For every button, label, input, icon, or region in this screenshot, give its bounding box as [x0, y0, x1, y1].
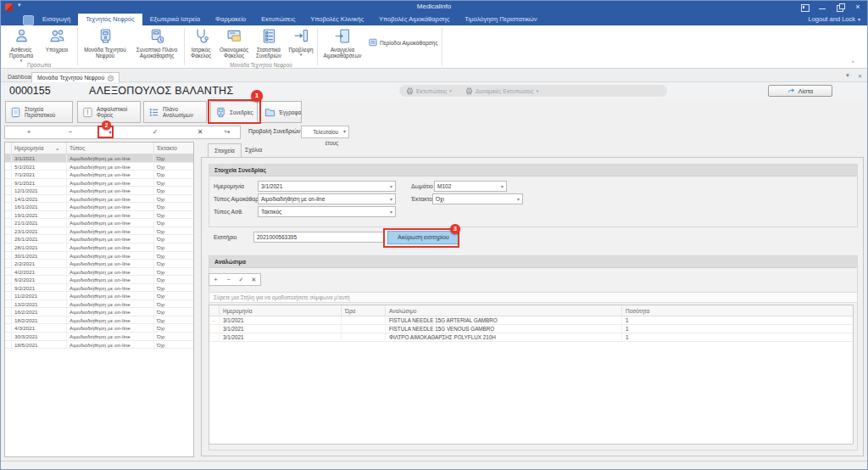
printouts-button[interactable]: Εκτυπώσεις▾	[399, 87, 459, 95]
session-type: Αιμοδιαδιήθηση με on-line	[67, 308, 154, 316]
session-date: 19/1/2021	[12, 211, 67, 219]
ribbon-collapse-icon[interactable]: ⌃	[850, 60, 855, 67]
column-header-type[interactable]: Τύπος	[67, 143, 154, 154]
close-panel-icon[interactable]: ✕	[858, 73, 862, 79]
doc-tab-artificial-kidney-unit[interactable]: Μονάδα Τεχνητού Νεφρού✕	[31, 72, 120, 82]
remove-consumable-button[interactable]: −	[222, 274, 235, 285]
dialysis-announcement-button[interactable]: Αναγγελία Αιμοκαθάρσεων	[320, 27, 364, 61]
session-statistics-button[interactable]: Στατιστικά Συνεδριών	[253, 27, 285, 61]
session-row[interactable]: 6/2/2021Αιμοδιαδιήθηση με on-lineΌχι	[5, 276, 193, 284]
redo-button[interactable]: ↪	[214, 126, 240, 138]
session-dropdown-button[interactable]: ▾	[97, 126, 123, 138]
summary-dialysis-plan-button[interactable]: Συνοπτικό Πλάνο Αιμοκάθαρσης	[131, 27, 182, 61]
detail-tab-details[interactable]: Στοιχεία	[208, 143, 242, 157]
session-row[interactable]: 11/2/2021Αιμοδιαδιήθηση με on-lineΌχι	[5, 292, 193, 300]
patients-persons-button[interactable]: Ασθενείς Πρόσωπα▾	[4, 27, 38, 61]
session-row[interactable]: 26/1/2021Αιμοδιαδιήθηση με on-lineΌχι	[5, 235, 193, 243]
tab-incident-details[interactable]: Στοιχεία Περιστατικού	[5, 101, 73, 123]
column-header-extra[interactable]: Έκτακτο	[154, 143, 193, 154]
artificial-kidney-unit-button[interactable]: Μονάδα Τεχνητού Νεφρού	[81, 27, 130, 61]
close-tab-icon[interactable]: ✕	[108, 76, 114, 81]
group-by-bar[interactable]: Σύρετε μια Στήλη για να ομαδοποιήσετε σύ…	[209, 292, 858, 303]
session-row[interactable]: 23/1/2021Αιμοδιαδιήθηση με on-lineΌχι	[5, 227, 193, 236]
restore-icon[interactable]	[836, 3, 844, 11]
ribbon-tab-ektyposeis[interactable]: Εκτυπώσεις	[253, 14, 303, 25]
file-menu-button[interactable]	[21, 14, 35, 25]
cancel-ticket-button[interactable]: Ακύρωση εισιτηρίου	[387, 231, 459, 244]
session-row[interactable]: 4/3/2021Αιμοδιαδιήθηση με on-lineΌχι	[5, 324, 193, 333]
obligors-button[interactable]: Υπόχρεοι	[40, 27, 74, 61]
column-header-date[interactable]: Ημερομηνία	[220, 305, 342, 316]
session-row[interactable]: 16/2/2021Αιμοδιαδιήθηση με on-lineΌχι	[5, 308, 193, 316]
medical-file-button[interactable]: Ιατρικός Φάκελος	[186, 27, 215, 61]
add-session-button[interactable]: +	[16, 126, 42, 138]
dock-panel-icon[interactable]	[800, 3, 809, 11]
consumable-row[interactable]: 3/1/2021FISTULA NEEDLE 15G VENOUS GAMBRO…	[209, 325, 853, 333]
consumables-toolbar: + − ✓ ✕	[209, 273, 261, 286]
session-row[interactable]: 30/1/2021Αιμοδιαδιήθηση με on-lineΌχι	[5, 252, 193, 260]
add-consumable-button[interactable]: +	[209, 274, 222, 285]
list-button[interactable]: Λίστα	[768, 85, 832, 97]
remove-session-button[interactable]: −	[58, 126, 83, 138]
ribbon-tab-ypovoles-klinikis[interactable]: Υποβολές Κλινικής	[303, 14, 371, 25]
extra-combo[interactable]: Όχι	[432, 193, 523, 204]
session-row[interactable]: →3/1/2021Αιμοδιαδιήθηση με on-lineΌχι	[5, 154, 193, 163]
pin-panel-icon[interactable]: ▼	[845, 73, 850, 79]
column-header-time[interactable]: Ώρα	[342, 305, 386, 316]
room-combo[interactable]: M102	[434, 181, 507, 192]
session-row[interactable]: 14/1/2021Αιμοδιαδιήθηση με on-lineΌχι	[5, 195, 193, 204]
session-row[interactable]: 16/1/2021Αιμοδιαδιήθηση με on-lineΌχι	[5, 203, 193, 211]
session-row[interactable]: 7/1/2021Αιμοδιαδιήθηση με on-lineΌχι	[5, 171, 193, 179]
session-row[interactable]: 13/2/2021Αιμοδιαδιήθηση με on-lineΌχι	[5, 300, 193, 309]
date-combo[interactable]: 3/1/2021	[258, 181, 396, 192]
column-header-quantity[interactable]: Ποσότητα	[622, 305, 853, 316]
session-row[interactable]: 30/3/2021Αιμοδιαδιήθηση με on-lineΌχι	[5, 333, 193, 341]
session-row[interactable]: 19/1/2021Αιμοδιαδιήθηση με on-lineΌχι	[5, 211, 193, 220]
cancel-consumable-button[interactable]: ✕	[248, 274, 260, 285]
tab-consumables-plan[interactable]: Πλάνο Αναλωσίμων	[143, 101, 207, 123]
button-label: Υπόχρεοι	[46, 47, 68, 53]
ribbon-tab-eisagogi[interactable]: Εισαγωγή	[35, 14, 78, 25]
dialysis-type-combo[interactable]: Αιμοδιαδιήθηση με on-line	[258, 193, 396, 204]
logout-button[interactable]: Logout and Lock▾	[809, 14, 860, 25]
patient-type-combo[interactable]: Τακτικός	[258, 206, 396, 217]
tab-sessions[interactable]: Συνεδρίες	[210, 101, 258, 123]
accept-consumable-button[interactable]: ✓	[235, 274, 248, 285]
session-row[interactable]: 12/1/2021Αιμοδιαδιήθηση με on-lineΌχι	[5, 187, 193, 195]
session-row[interactable]: 4/2/2021Αιμοδιαδιήθηση με on-lineΌχι	[5, 268, 193, 277]
sessions-view-dropdown[interactable]: Τελευταίου έτους	[301, 126, 349, 138]
minimize-icon[interactable]	[818, 3, 826, 11]
ribbon-group-label-unit: Μονάδα Τεχνητού Νεφρού	[81, 62, 442, 68]
financial-file-button[interactable]: Οικονομικός Φάκελος	[217, 27, 251, 61]
dynamic-printouts-button[interactable]: Δυναμικές Εκτυπώσεις▾	[459, 87, 545, 95]
session-row[interactable]: 9/2/2021Αιμοδιαδιήθηση με on-lineΌχι	[5, 284, 193, 293]
dialysis-periods-button[interactable]: Περίοδοι Αιμοκάθαρσης	[369, 37, 437, 48]
tab-insurance-providers[interactable]: ! Ασφαλιστικοί Φορείς	[77, 101, 141, 123]
consumable-row[interactable]: →3/1/2021FISTULA NEEDLE 15G ARTERIAL GAM…	[209, 316, 853, 325]
session-row[interactable]: 18/5/2021Αιμοδιαδιήθηση με on-lineΌχι	[5, 341, 193, 350]
consumable-row[interactable]: 3/1/2021ΦΙΛΤΡΟ ΑΙΜΟΚΑΘΑΡΣΗΣ POLYFLUX 210…	[209, 333, 853, 342]
session-row[interactable]: 18/2/2021Αιμοδιαδιήθηση με on-lineΌχι	[5, 316, 193, 325]
session-row[interactable]: 9/1/2021Αιμοδιαδιήθηση με on-lineΌχι	[5, 179, 193, 187]
forecast-button[interactable]: Πρόβλεψη▾	[287, 27, 315, 61]
ribbon-tab-farmakeio[interactable]: Φαρμακείο	[208, 14, 253, 25]
accept-session-button[interactable]: ✓	[142, 126, 168, 138]
ticket-input[interactable]	[253, 232, 385, 243]
ribbon-tab-ypovoles-aimokatharsis[interactable]: Υποβολές Αιμοκάθαρσης	[371, 14, 457, 25]
detail-tab-comments[interactable]: Σχόλια	[239, 143, 268, 157]
row-indicator	[5, 203, 12, 210]
session-row[interactable]: 2/2/2021Αιμοδιαδιήθηση με on-lineΌχι	[5, 260, 193, 268]
sort-ascending-icon: ▲	[55, 147, 58, 151]
session-extra: Όχι	[154, 284, 193, 292]
ribbon-tab-exoterika-iatreia[interactable]: Εξωτερικά Ιατρεία	[142, 14, 208, 25]
session-row[interactable]: 28/1/2021Αιμοδιαδιήθηση με on-lineΌχι	[5, 243, 193, 252]
session-row[interactable]: 5/1/2021Αιμοδιαδιήθηση με on-lineΌχι	[5, 163, 193, 171]
column-header-date[interactable]: Ημερομηνία▲	[12, 143, 67, 154]
cancel-session-button[interactable]: ✕	[187, 126, 213, 138]
ribbon-tab-texnitos-nefros[interactable]: Τεχνητός Νεφρός	[78, 14, 142, 25]
tab-documents[interactable]: Έγγραφα	[259, 101, 302, 123]
session-row[interactable]: 21/1/2021Αιμοδιαδιήθηση με on-lineΌχι	[5, 219, 193, 227]
column-header-item[interactable]: Αναλώσιμο	[386, 305, 622, 316]
ribbon-tab-timologisi[interactable]: Τιμολόγηση Περιστατικών	[457, 14, 544, 25]
close-icon[interactable]: ×	[854, 3, 862, 11]
